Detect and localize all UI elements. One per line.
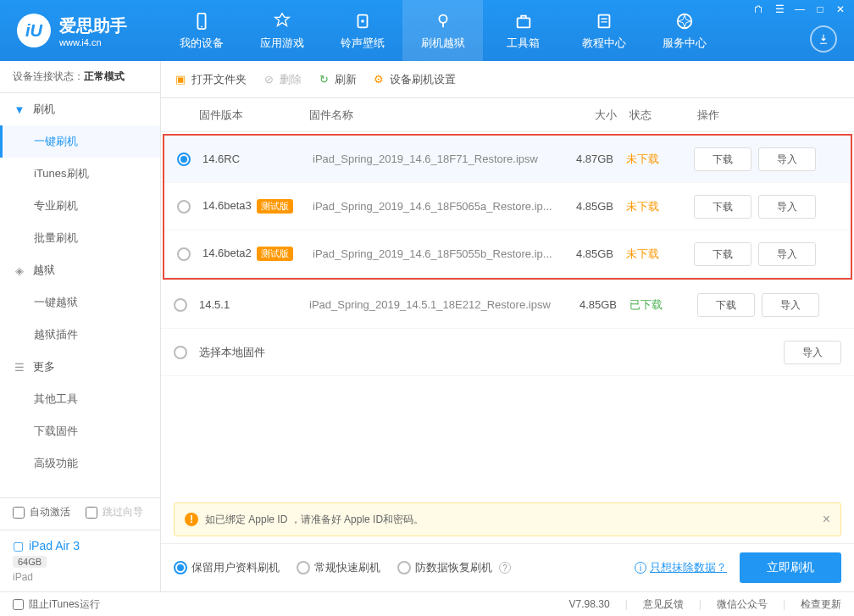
row-radio[interactable]: [177, 247, 191, 261]
delete-button: ⊘ 删除: [262, 72, 302, 87]
app-title: 爱思助手: [59, 14, 127, 37]
sidebar-category-flash[interactable]: ▼刷机: [0, 93, 160, 125]
nav-tab-device[interactable]: 我的设备: [161, 0, 241, 61]
gear-icon: ⚙: [372, 73, 385, 86]
firmware-row[interactable]: 14.6beta2测试版iPad_Spring_2019_14.6_18F505…: [164, 230, 851, 278]
row-radio[interactable]: [174, 298, 187, 312]
nav-tabs: 我的设备应用游戏铃声壁纸刷机越狱工具箱教程中心服务中心: [161, 0, 724, 61]
import-button[interactable]: 导入: [758, 242, 816, 266]
sidebar-item[interactable]: 一键越狱: [0, 286, 160, 319]
import-button[interactable]: 导入: [784, 341, 841, 364]
warning-icon: !: [185, 513, 198, 526]
app-header: iU 爱思助手 www.i4.cn 我的设备应用游戏铃声壁纸刷机越狱工具箱教程中…: [0, 0, 854, 61]
sidebar-category-more[interactable]: ☰更多: [0, 351, 160, 383]
svg-rect-5: [517, 18, 530, 27]
toolbar: ▣ 打开文件夹 ⊘ 删除 ↻ 刷新 ⚙ 设备刷机设置: [161, 61, 854, 98]
nav-tab-flash[interactable]: 刷机越狱: [402, 0, 483, 61]
download-button[interactable]: 下载: [694, 147, 751, 171]
apps-icon: [272, 11, 292, 31]
cart-icon[interactable]: ⛫: [752, 3, 766, 15]
svg-point-3: [361, 19, 364, 23]
row-radio[interactable]: [177, 153, 191, 166]
delete-icon: ⊘: [262, 73, 275, 86]
toolbox-icon: [513, 11, 534, 31]
maximize-button[interactable]: □: [813, 3, 827, 15]
tutorial-icon: [594, 11, 614, 31]
minimize-button[interactable]: —: [793, 3, 807, 15]
banner-close-button[interactable]: ×: [823, 512, 830, 527]
help-icon[interactable]: ?: [499, 562, 511, 574]
firmware-row[interactable]: 选择本地固件导入: [161, 329, 854, 376]
nav-tab-music[interactable]: 铃声壁纸: [322, 0, 402, 61]
update-link[interactable]: 检查更新: [801, 597, 841, 612]
shield-icon: ◈: [13, 264, 26, 277]
status-bar: 阻止iTunes运行 V7.98.30 | 意见反馈 | 微信公众号 | 检查更…: [0, 591, 854, 616]
refresh-button[interactable]: ↻ 刷新: [317, 72, 357, 87]
download-button[interactable]: 下载: [694, 242, 751, 266]
wipe-data-link[interactable]: i 只想抹除数据？: [635, 560, 727, 575]
appleid-banner: ! 如已绑定 Apple ID ，请准备好 Apple ID和密码。 ×: [174, 502, 841, 536]
nav-tab-service[interactable]: 服务中心: [644, 0, 724, 61]
firmware-table: 14.6RCiPad_Spring_2019_14.6_18F71_Restor…: [161, 132, 854, 496]
svg-point-7: [677, 14, 691, 28]
close-button[interactable]: ✕: [834, 3, 847, 15]
sidebar-category-shield[interactable]: ◈越狱: [0, 254, 160, 286]
firmware-row[interactable]: 14.6RCiPad_Spring_2019_14.6_18F71_Restor…: [164, 136, 851, 183]
connection-status: 设备连接状态：正常模式: [0, 61, 160, 93]
import-button[interactable]: 导入: [758, 195, 816, 219]
nav-tab-tutorial[interactable]: 教程中心: [563, 0, 644, 61]
flash-option[interactable]: 防数据恢复刷机?: [397, 560, 511, 575]
sidebar-item[interactable]: 下载固件: [0, 415, 160, 447]
svg-point-1: [201, 25, 202, 27]
menu-icon[interactable]: ☰: [773, 3, 786, 15]
refresh-icon: ↻: [317, 73, 330, 86]
sidebar-item[interactable]: 专业刷机: [0, 190, 160, 222]
flash-now-button[interactable]: 立即刷机: [740, 552, 841, 583]
option-radio[interactable]: [174, 561, 187, 574]
sidebar-item[interactable]: 一键刷机: [0, 125, 160, 158]
row-radio[interactable]: [174, 346, 187, 359]
flash-option[interactable]: 保留用户资料刷机: [174, 560, 280, 575]
auto-activate-checkbox[interactable]: [13, 507, 25, 519]
download-button[interactable]: 下载: [697, 293, 755, 317]
version-label: V7.98.30: [569, 598, 610, 610]
sidebar: 设备连接状态：正常模式 ▼刷机一键刷机iTunes刷机专业刷机批量刷机◈越狱一键…: [0, 61, 161, 591]
app-url: www.i4.cn: [59, 37, 127, 47]
option-radio[interactable]: [297, 561, 310, 574]
device-icon: [191, 11, 212, 31]
feedback-link[interactable]: 意见反馈: [643, 597, 684, 612]
svg-point-4: [439, 14, 446, 22]
tablet-icon: ▢: [13, 539, 24, 552]
row-radio[interactable]: [177, 200, 191, 214]
open-folder-button[interactable]: ▣ 打开文件夹: [174, 72, 247, 87]
flash-icon: ▼: [13, 103, 26, 116]
sidebar-item[interactable]: 批量刷机: [0, 222, 160, 254]
flash-icon: [433, 11, 453, 31]
more-icon: ☰: [13, 360, 26, 374]
download-button[interactable]: 下载: [694, 195, 751, 219]
wechat-link[interactable]: 微信公众号: [717, 597, 768, 612]
skip-guide-checkbox[interactable]: [86, 507, 97, 519]
device-info[interactable]: ▢ iPad Air 3 64GB iPad: [0, 530, 160, 591]
sidebar-item[interactable]: iTunes刷机: [0, 158, 160, 190]
import-button[interactable]: 导入: [758, 147, 816, 171]
storage-badge: 64GB: [13, 556, 47, 568]
nav-tab-apps[interactable]: 应用游戏: [241, 0, 322, 61]
nav-tab-toolbox[interactable]: 工具箱: [483, 0, 563, 61]
import-button[interactable]: 导入: [762, 293, 819, 317]
sidebar-item[interactable]: 其他工具: [0, 383, 160, 415]
info-icon: i: [635, 562, 646, 574]
firmware-row[interactable]: 14.5.1iPad_Spring_2019_14.5.1_18E212_Res…: [161, 281, 854, 329]
sidebar-item[interactable]: 越狱插件: [0, 319, 160, 351]
service-icon: [674, 11, 695, 31]
settings-button[interactable]: ⚙ 设备刷机设置: [372, 72, 456, 87]
content-area: ▣ 打开文件夹 ⊘ 删除 ↻ 刷新 ⚙ 设备刷机设置 固件版本 固件名称 大小 …: [161, 61, 854, 591]
block-itunes-checkbox[interactable]: [13, 599, 24, 610]
table-header: 固件版本 固件名称 大小 状态 操作: [161, 98, 854, 132]
option-radio[interactable]: [397, 561, 411, 574]
download-button[interactable]: [810, 25, 837, 53]
firmware-row[interactable]: 14.6beta3测试版iPad_Spring_2019_14.6_18F506…: [164, 183, 851, 230]
logo-area: iU 爱思助手 www.i4.cn: [0, 14, 161, 47]
flash-option[interactable]: 常规快速刷机: [297, 560, 380, 575]
sidebar-item[interactable]: 高级功能: [0, 447, 160, 480]
